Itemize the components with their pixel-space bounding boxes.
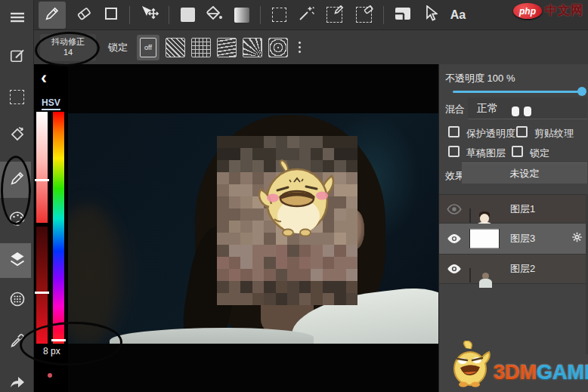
move-tool-button[interactable] [139,5,159,25]
mosaic-cell [276,269,288,281]
tone-rays-button[interactable] [243,38,262,57]
layer-settings-gear-icon[interactable] [571,232,583,246]
mosaic-cell [346,257,358,269]
select-eraser-tool-button[interactable] [354,5,374,25]
eraser-tool-button[interactable] [75,5,93,25]
hue-bar[interactable] [53,112,64,344]
mosaic-cell [229,221,241,233]
off-toggle: off [140,38,156,57]
mosaic-cell [217,160,229,172]
fill-rectangle-tool-button[interactable] [178,5,197,25]
gradient-tool-button[interactable] [233,5,251,25]
text-tool-button[interactable]: Aa [449,5,467,25]
mosaic-cell [299,281,311,293]
draft-layer-checkbox[interactable] [448,146,460,157]
mosaic-cell [229,257,241,269]
mosaic-cell [276,245,288,257]
mosaic-cell [334,281,346,293]
visibility-eye-icon-on[interactable] [446,264,463,275]
mosaic-cell [229,172,241,184]
new-canvas-button[interactable] [0,44,34,69]
rect-select-tool-button[interactable] [270,5,288,25]
tone-horizontal-lines-button[interactable] [217,38,237,57]
tone-concentric-circles-button[interactable] [268,38,288,57]
mosaic-cell [217,293,229,305]
saturation-marker[interactable] [35,179,49,181]
opacity-slider[interactable] [453,91,583,93]
paint-bucket-icon [206,5,224,26]
mosaic-cell [252,293,265,305]
mosaic-cell [229,245,241,257]
mosaic-cell [346,245,358,257]
layer-row-2-selected[interactable]: 图层3 [439,224,588,255]
pen-tool-button-active[interactable] [39,2,66,29]
eraser-icon [75,5,93,25]
mosaic-cell [346,233,358,245]
mosaic-cell [311,281,323,293]
paint-bucket-tool-button[interactable] [206,5,224,25]
toolbar-divider [260,6,261,24]
mosaic-cell [240,136,252,148]
select-pen-tool-button[interactable] [324,5,345,25]
split-view-button[interactable] [393,5,413,25]
layers-panel-button[interactable] [0,248,34,273]
cursor-tool-button[interactable] [422,5,440,25]
tone-off-button[interactable]: off [137,35,159,60]
layer-row-3[interactable]: 图层2 [439,255,588,284]
mosaic-cell [346,293,358,305]
mosaic-cell [346,281,358,293]
mosaic-cell [299,269,311,281]
mosaic-cell [252,257,265,269]
mosaic-cell [240,257,252,269]
back-chevron-icon[interactable]: ‹ [41,67,47,88]
opacity-slider-thumb[interactable] [577,87,586,96]
rectangle-tool-button[interactable] [102,5,120,25]
opacity-label: 不透明度 100 % [445,72,515,85]
mosaic-cell [276,257,288,269]
current-color-dot[interactable] [48,373,52,378]
mosaic-cell [217,136,229,148]
layer-row-1[interactable]: 图层1 [439,195,588,224]
3dmgame-watermark: 3DMGAME [450,341,588,390]
lock-checkbox[interactable] [512,146,523,157]
layer-properties-panel: 不透明度 100 % 混合 正常 保护透明度 剪贴纹理 草稿图层 锁定 效果 未… [438,64,588,392]
menu-button[interactable] [0,6,34,32]
3dm-mascot-icon [450,341,492,390]
clipping-checkbox[interactable] [516,126,528,137]
mosaic-cell [229,269,241,281]
top-toolbar: Aa [34,0,588,30]
layers-icon [8,250,26,271]
share-button[interactable] [0,370,34,392]
material-tool-button[interactable] [0,288,34,313]
mosaic-cell [240,281,252,293]
select-tool-button[interactable] [0,84,34,110]
mosaic-cell [252,281,265,293]
tone-grid-button[interactable] [191,38,211,57]
filled-square-icon [181,8,195,22]
mosaic-cell [311,245,323,257]
mosaic-cell [334,257,346,269]
tone-diagonal-hatch-button[interactable] [166,38,185,57]
blend-value: 正常 [477,102,498,116]
compose-icon [9,47,26,66]
value-marker[interactable] [35,292,49,294]
3dmgame-text: 3DMGAME [494,363,588,390]
move-cursor-icon [139,5,159,26]
photo-layer [68,113,438,344]
visibility-eye-icon-off[interactable] [446,203,463,215]
transform-tool-button[interactable] [0,123,34,149]
effect-button[interactable]: 未设定 [462,162,587,184]
mosaic-cell [240,293,252,305]
layer-thumbnail-red-portrait [469,208,471,223]
layer-name: 图层1 [510,202,535,216]
protect-alpha-checkbox[interactable] [448,126,460,137]
mosaic-cell [346,208,358,221]
mosaic-cell [229,208,241,221]
visibility-eye-icon-on[interactable] [446,233,463,245]
overflow-menu-button[interactable] [299,42,301,53]
hsv-mode-label[interactable]: HSV [42,97,60,110]
magic-wand-tool-button[interactable] [297,5,315,25]
mosaic-cell [217,172,229,184]
mosaic-cell [217,148,229,160]
saturation-bar[interactable] [36,112,48,223]
